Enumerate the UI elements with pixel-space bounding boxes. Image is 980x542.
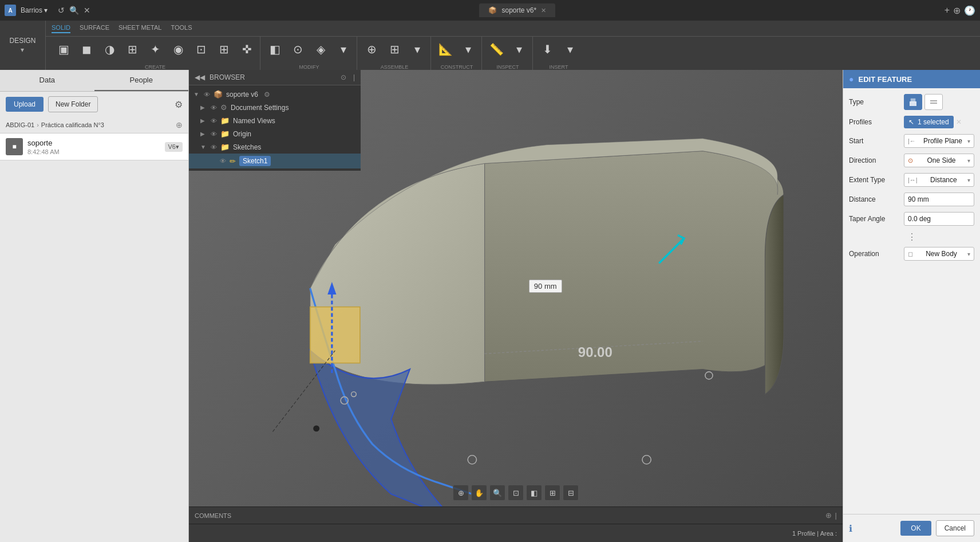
- eye-icon-namedviews[interactable]: 👁: [211, 117, 217, 124]
- profiles-clear-icon[interactable]: ✕: [956, 118, 962, 126]
- fillet-button[interactable]: ◧: [264, 37, 286, 62]
- clock-icon[interactable]: 🕐: [964, 5, 975, 16]
- shell-button[interactable]: ◈: [310, 37, 331, 62]
- info-icon[interactable]: ℹ: [849, 523, 852, 534]
- taper-angle-row: Taper Angle 0.0 deg: [849, 212, 974, 226]
- view-options-button[interactable]: ⊟: [563, 485, 579, 501]
- more-insert-button[interactable]: ▾: [559, 37, 581, 62]
- grid-button[interactable]: ⊞: [544, 485, 560, 501]
- design-mode[interactable]: DESIGN ▾: [0, 21, 46, 70]
- tab-surface[interactable]: SURFACE: [80, 24, 109, 33]
- measure-button[interactable]: 📏: [485, 37, 507, 62]
- tab-people[interactable]: People: [94, 70, 189, 91]
- fit-view-button[interactable]: ⊡: [508, 485, 524, 501]
- pan-button[interactable]: ✋: [471, 485, 487, 501]
- extrude-button[interactable]: ▣: [53, 37, 74, 62]
- browser-item-origin[interactable]: ▶ 👁 📁 Origin: [189, 127, 361, 140]
- loft-button[interactable]: ⊞: [121, 37, 143, 62]
- operation-row: Operation ◻ New Body ▾: [849, 247, 974, 261]
- breadcrumb-sep: ›: [37, 121, 39, 128]
- add-tab-icon[interactable]: +: [945, 5, 950, 15]
- browser-back-icon[interactable]: ◀◀: [195, 73, 205, 81]
- expand-arrow-namedviews: ▶: [200, 117, 207, 124]
- offset-plane-button[interactable]: 📐: [434, 37, 456, 62]
- breadcrumb-part2[interactable]: Práctica calificada N°3: [41, 121, 104, 128]
- search-icon[interactable]: 🔍: [69, 6, 79, 15]
- browser-settings-icon[interactable]: ⊙: [341, 73, 346, 81]
- browser-item-root[interactable]: ▼ 👁 📦 soporte v6 ⚙: [189, 88, 361, 101]
- type-btn-extrude[interactable]: [904, 94, 922, 110]
- operation-dropdown[interactable]: ◻ New Body ▾: [904, 247, 974, 261]
- settings-icon[interactable]: ⚙: [175, 99, 183, 110]
- start-row: Start |← Profile Plane ▾: [849, 134, 974, 148]
- type-btn-thin[interactable]: [924, 94, 943, 110]
- browser-expand-icon[interactable]: |: [353, 73, 355, 81]
- more-options-icon[interactable]: ⋮: [849, 231, 974, 242]
- edit-header-icon: ●: [849, 74, 853, 84]
- browser-item-docsettings[interactable]: ▶ 👁 ⚙ Document Settings: [189, 101, 361, 114]
- rectangular-pattern-button[interactable]: ⊞: [213, 37, 235, 62]
- hole-button[interactable]: ◉: [167, 37, 189, 62]
- emboss-button[interactable]: ✦: [144, 37, 166, 62]
- browser-item-sketch1[interactable]: 👁 ✏ Sketch1: [189, 154, 361, 168]
- more-construct-button[interactable]: ▾: [457, 37, 479, 62]
- browser-item-label-docsettings: Document Settings: [231, 104, 289, 112]
- comments-label: COMMENTS: [195, 512, 231, 519]
- ok-button[interactable]: OK: [900, 521, 931, 536]
- tab-data[interactable]: Data: [0, 70, 94, 91]
- breadcrumb-icon[interactable]: ⊕: [176, 120, 183, 129]
- doc-tab-close[interactable]: ✕: [541, 7, 546, 14]
- app-menu[interactable]: Barrios ▾: [21, 6, 48, 14]
- start-dropdown[interactable]: |← Profile Plane ▾: [904, 134, 974, 148]
- globe-icon[interactable]: ⊕: [953, 5, 961, 16]
- file-version[interactable]: V6▾: [165, 142, 183, 152]
- inspect-label: INSPECT: [496, 64, 519, 70]
- more-assemble-button[interactable]: ▾: [406, 37, 428, 62]
- eye-icon-sketches[interactable]: 👁: [211, 144, 217, 151]
- tab-tools[interactable]: TOOLS: [171, 24, 192, 33]
- browser-item-label-sketch1: Sketch1: [239, 156, 271, 166]
- orbit-button[interactable]: ⊕: [453, 485, 469, 501]
- close-icon[interactable]: ✕: [84, 6, 90, 15]
- refresh-icon[interactable]: ↺: [58, 6, 65, 15]
- more-modify-button[interactable]: ▾: [333, 37, 354, 62]
- zoom-button[interactable]: 🔍: [489, 485, 505, 501]
- taper-angle-input[interactable]: 0.0 deg: [904, 212, 974, 226]
- chamfer-button[interactable]: ⊙: [287, 37, 309, 62]
- eye-icon-sketch1[interactable]: 👁: [220, 158, 226, 164]
- more-inspect-button[interactable]: ▾: [508, 37, 530, 62]
- tab-sheet-metal[interactable]: SHEET METAL: [118, 24, 161, 33]
- breadcrumb-part1[interactable]: ABDIG-01: [6, 121, 34, 128]
- browser-item-namedviews[interactable]: ▶ 👁 📁 Named Views: [189, 114, 361, 127]
- center-area: ◀◀ BROWSER ⊙ | ▼ 👁 📦 soporte v6 ⚙ ▶ 👁: [189, 70, 843, 542]
- doc-tab-active[interactable]: 📦 soporte v6* ✕: [479, 3, 555, 17]
- tab-solid[interactable]: SOLID: [52, 24, 70, 33]
- extent-type-value: Distance: [930, 176, 957, 184]
- eye-icon-docsettings[interactable]: 👁: [211, 104, 217, 111]
- direction-dropdown[interactable]: ⊙ One Side ▾: [904, 154, 974, 167]
- display-button[interactable]: ◧: [526, 485, 542, 501]
- upload-button[interactable]: Upload: [6, 97, 44, 112]
- sweep-button[interactable]: ◑: [98, 37, 120, 62]
- design-button[interactable]: DESIGN ▾: [9, 37, 35, 54]
- joint-button[interactable]: ⊞: [384, 37, 405, 62]
- profiles-selected[interactable]: ↖ 1 selected: [904, 116, 954, 128]
- eye-icon-root[interactable]: 👁: [204, 91, 210, 98]
- extent-type-dropdown[interactable]: |↔| Distance ▾: [904, 173, 974, 187]
- comments-add-icon[interactable]: ⊕: [825, 511, 832, 520]
- browser-item-label-root: soporte v6: [226, 91, 258, 99]
- distance-input[interactable]: 90 mm: [904, 193, 974, 206]
- eye-icon-origin[interactable]: 👁: [211, 131, 217, 138]
- new-folder-button[interactable]: New Folder: [48, 96, 98, 112]
- browser-item-sketches[interactable]: ▼ 👁 📁 Sketches: [189, 140, 361, 154]
- insert-button[interactable]: ⬇: [536, 37, 558, 62]
- create-group: ▣ ◼ ◑ ⊞ ✦ ◉ ⊡ ⊞ ✜ CREATE: [50, 37, 260, 70]
- revolve-button[interactable]: ◼: [76, 37, 97, 62]
- new-component-button[interactable]: ⊕: [361, 37, 382, 62]
- cancel-button[interactable]: Cancel: [936, 520, 974, 536]
- file-item[interactable]: ■ soporte 8:42:48 AM V6▾: [0, 133, 188, 160]
- inspect-icons: 📏 ▾: [485, 37, 530, 62]
- more-create-button[interactable]: ✜: [236, 37, 258, 62]
- comments-expand-icon[interactable]: |: [835, 511, 837, 520]
- thread-button[interactable]: ⊡: [190, 37, 212, 62]
